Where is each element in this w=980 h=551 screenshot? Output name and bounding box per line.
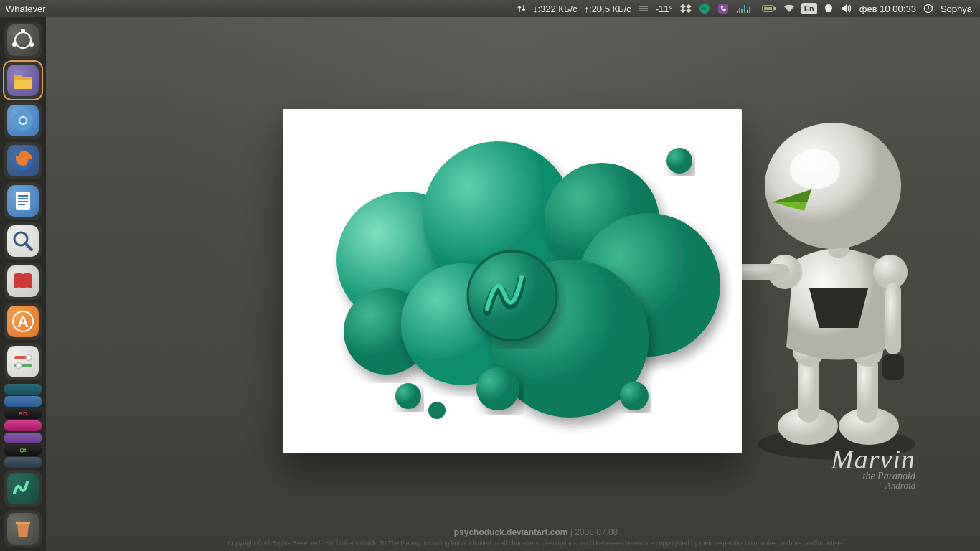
svg-point-15 — [29, 42, 34, 47]
credit-site: psychoduck.deviantart.com — [454, 527, 568, 537]
wallpaper-credits: psychoduck.deviantart.com | 2008.07.08 C… — [92, 527, 980, 547]
wallpaper-robot — [729, 118, 951, 462]
svg-text:A: A — [17, 313, 29, 331]
svg-rect-41 — [885, 283, 901, 354]
desktop-wallpaper: Marvin the Paranoid Android — [46, 17, 980, 551]
keyboard-layout-indicator[interactable]: En — [801, 3, 817, 14]
svg-point-12 — [15, 32, 31, 48]
svg-rect-23 — [18, 201, 28, 202]
user-name[interactable]: Sophya — [937, 0, 976, 17]
svg-rect-7 — [749, 7, 750, 13]
launcher-files[interactable] — [4, 62, 42, 99]
viber-icon[interactable] — [714, 0, 732, 17]
svg-rect-22 — [18, 198, 28, 199]
svg-rect-2 — [737, 11, 738, 13]
svg-rect-3 — [739, 8, 740, 13]
svg-point-13 — [21, 29, 25, 33]
network-updown-icon[interactable] — [514, 0, 529, 17]
svg-point-29 — [26, 355, 32, 361]
session-icon[interactable] — [920, 0, 937, 17]
unity-launcher: A RD Qt — [0, 17, 46, 551]
weather-temp: -11° — [652, 0, 677, 17]
launcher-document[interactable] — [4, 182, 42, 220]
weather-icon[interactable] — [635, 0, 652, 17]
wifi-icon[interactable] — [780, 0, 798, 17]
credit-date: 2008.07.08 — [575, 527, 618, 537]
launcher-whatever-app[interactable] — [4, 470, 42, 507]
launcher-updater[interactable]: A — [4, 303, 42, 340]
launcher-settings[interactable] — [4, 343, 42, 380]
svg-point-60 — [395, 383, 421, 409]
messages-icon[interactable] — [820, 0, 837, 17]
svg-rect-10 — [774, 7, 776, 10]
launcher-overflow-stack[interactable]: RD Qt — [4, 383, 42, 468]
svg-point-46 — [765, 123, 901, 249]
svg-point-47 — [790, 149, 840, 189]
clock[interactable]: фев 10 00:33 — [856, 0, 920, 17]
net-up-speed: ↑:20,5 КБ/с — [581, 0, 635, 17]
active-app-title[interactable]: Whatever — [6, 4, 46, 14]
svg-rect-5 — [744, 5, 745, 13]
svg-rect-42 — [882, 354, 904, 380]
svg-rect-6 — [747, 10, 748, 13]
app-splash-window[interactable] — [283, 109, 742, 453]
svg-point-57 — [476, 367, 519, 410]
svg-rect-24 — [18, 204, 25, 205]
whatever-tray-icon[interactable] — [695, 0, 714, 17]
launcher-trash[interactable] — [4, 510, 42, 547]
svg-point-0 — [699, 4, 710, 14]
svg-rect-1 — [718, 4, 728, 14]
net-down-speed: ↓:322 КБ/с — [529, 0, 581, 17]
svg-point-48 — [666, 148, 692, 174]
svg-point-59 — [620, 382, 649, 410]
battery-icon[interactable] — [758, 0, 780, 17]
credit-copyright: Copyright © All Rights Reserved · Hitchh… — [92, 540, 980, 547]
svg-rect-4 — [741, 9, 743, 13]
svg-point-18 — [20, 118, 26, 123]
svg-rect-32 — [16, 522, 30, 524]
system-monitor-icon[interactable] — [732, 0, 758, 17]
svg-rect-9 — [764, 7, 772, 10]
dropbox-icon[interactable] — [677, 0, 695, 17]
launcher-firefox[interactable] — [4, 142, 42, 179]
launcher-reader[interactable] — [4, 263, 42, 300]
svg-rect-21 — [18, 195, 28, 197]
svg-point-31 — [16, 363, 22, 369]
sound-icon[interactable] — [837, 0, 856, 17]
wallpaper-caption: Marvin the Paranoid Android — [831, 443, 915, 491]
launcher-image-viewer[interactable] — [4, 222, 42, 260]
menu-bar: Whatever ↓:322 КБ/с ↑:20,5 КБ/с -11° En … — [0, 0, 980, 17]
svg-point-14 — [12, 42, 17, 47]
launcher-chromium[interactable] — [4, 102, 42, 139]
launcher-dash[interactable] — [4, 22, 42, 59]
svg-point-58 — [428, 402, 446, 419]
